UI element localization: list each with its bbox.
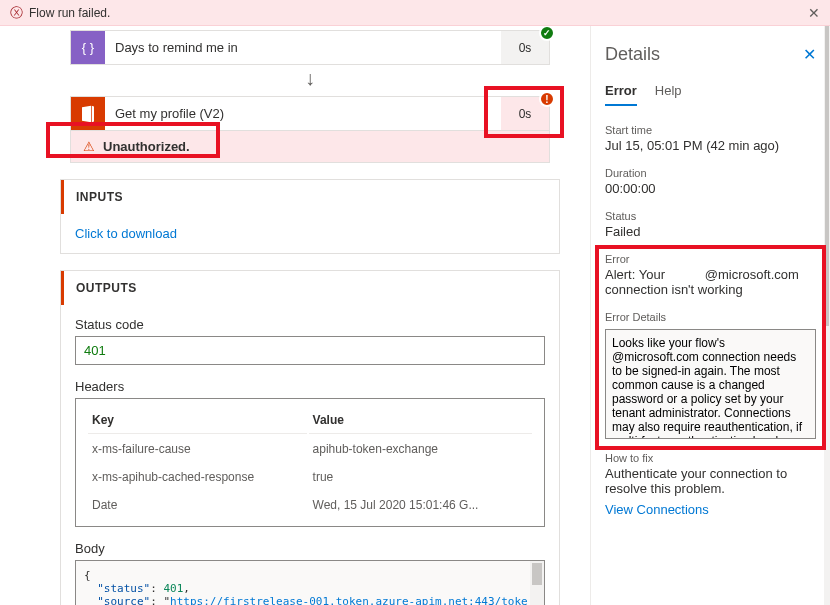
- flow-arrow-icon: ↓: [60, 65, 560, 96]
- status-value: Failed: [605, 224, 816, 239]
- warning-icon: ⚠: [83, 139, 95, 154]
- start-time-value: Jul 15, 05:01 PM (42 min ago): [605, 138, 816, 153]
- outputs-section: OUTPUTS Status code Headers Key Value x-…: [60, 270, 560, 605]
- flow-step-days[interactable]: { } Days to remind me in 0s: [70, 30, 550, 65]
- tab-error[interactable]: Error: [605, 83, 637, 106]
- step-title: Get my profile (V2): [105, 97, 501, 130]
- office-icon: [71, 97, 105, 130]
- section-header: INPUTS: [61, 180, 559, 214]
- status-label: Status: [605, 210, 816, 222]
- how-to-fix-label: How to fix: [605, 452, 816, 464]
- error-label: Error: [605, 253, 816, 265]
- duration-label: Duration: [605, 167, 816, 179]
- download-link[interactable]: Click to download: [75, 226, 177, 241]
- status-code-field[interactable]: [75, 336, 545, 365]
- details-title: Details: [605, 44, 660, 65]
- start-time-label: Start time: [605, 124, 816, 136]
- table-row: x-ms-apihub-cached-responsetrue: [88, 464, 532, 490]
- table-row: DateWed, 15 Jul 2020 15:01:46 G...: [88, 492, 532, 518]
- unauthorized-text: Unauthorized.: [103, 139, 190, 154]
- scrollbar-vertical[interactable]: [530, 561, 544, 605]
- tab-help[interactable]: Help: [655, 83, 682, 106]
- how-to-fix-text: Authenticate your connection to resolve …: [605, 466, 816, 496]
- page-scrollbar[interactable]: [824, 26, 830, 605]
- alert-banner: ⓧ Flow run failed. ✕: [0, 0, 830, 26]
- braces-icon: { }: [71, 31, 105, 64]
- error-details-label: Error Details: [605, 311, 816, 323]
- col-value: Value: [309, 407, 532, 434]
- inputs-section: INPUTS Click to download: [60, 179, 560, 254]
- view-connections-link[interactable]: View Connections: [605, 502, 709, 517]
- details-panel: Details ✕ Error Help Start time Jul 15, …: [590, 26, 830, 605]
- close-icon[interactable]: ✕: [808, 5, 820, 21]
- error-badge-icon: [539, 91, 555, 107]
- body-json[interactable]: { "status": 401, "source": "https://firs…: [75, 560, 545, 605]
- status-code-label: Status code: [75, 317, 545, 332]
- error-value: Alert: Your @microsoft.com connection is…: [605, 267, 816, 297]
- unauthorized-row: ⚠ Unauthorized.: [70, 131, 550, 163]
- col-key: Key: [88, 407, 307, 434]
- flow-step-profile[interactable]: Get my profile (V2) 0s: [70, 96, 550, 131]
- body-label: Body: [75, 541, 545, 556]
- flow-canvas: { } Days to remind me in 0s ↓ Get my pro…: [0, 26, 590, 605]
- error-details-text[interactable]: Looks like your flow's @microsoft.com co…: [605, 329, 816, 439]
- headers-label: Headers: [75, 379, 545, 394]
- table-row: x-ms-failure-causeapihub-token-exchange: [88, 436, 532, 462]
- details-tabs: Error Help: [605, 83, 816, 106]
- error-icon: ⓧ: [10, 4, 23, 22]
- headers-table: Key Value x-ms-failure-causeapihub-token…: [86, 405, 534, 520]
- duration-value: 00:00:00: [605, 181, 816, 196]
- close-icon[interactable]: ✕: [803, 45, 816, 64]
- step-title: Days to remind me in: [105, 31, 501, 64]
- alert-message: Flow run failed.: [29, 6, 808, 20]
- section-header: OUTPUTS: [61, 271, 559, 305]
- success-badge-icon: [539, 26, 555, 41]
